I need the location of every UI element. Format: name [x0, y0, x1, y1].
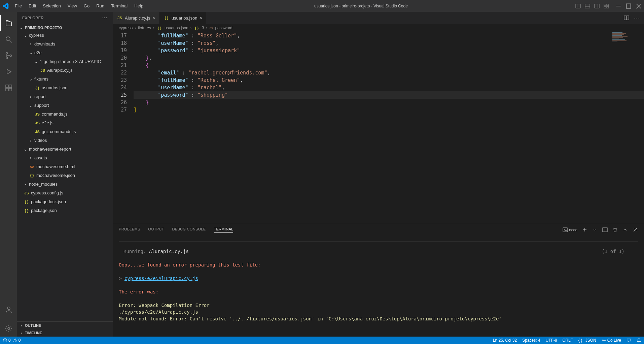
- toggle-panel-icon[interactable]: [585, 3, 590, 9]
- toggle-primary-sidebar-icon[interactable]: [575, 3, 581, 9]
- chevron-down-icon[interactable]: [592, 227, 598, 232]
- svg-rect-23: [9, 85, 12, 88]
- terminal-error-path[interactable]: cypress\e2e\Alurapic.cy.js: [124, 276, 198, 281]
- title-bar: File Edit Selection View Go Run Terminal…: [0, 0, 644, 12]
- minimize-icon[interactable]: [616, 3, 621, 9]
- menu-file[interactable]: File: [11, 1, 25, 10]
- toggle-secondary-sidebar-icon[interactable]: [594, 3, 600, 9]
- status-encoding[interactable]: UTF-8: [546, 338, 557, 343]
- status-language[interactable]: { } JSON: [578, 338, 596, 343]
- folder-node-modules[interactable]: ›node_modules: [17, 180, 113, 189]
- breadcrumb[interactable]: cypress› fixtures› { }usuarios.json› { }…: [113, 24, 644, 32]
- svg-rect-8: [604, 6, 606, 8]
- html-icon: <>: [29, 164, 35, 170]
- folder-e2e[interactable]: ⌄e2e: [17, 49, 113, 57]
- menu-selection[interactable]: Selection: [39, 1, 64, 10]
- editor-body[interactable]: 171819 202122 232425 2627 "fullName" : "…: [113, 32, 644, 224]
- js-icon: JS: [34, 111, 40, 117]
- menu-view[interactable]: View: [64, 1, 80, 10]
- activity-settings[interactable]: [0, 320, 16, 337]
- activity-accounts[interactable]: [0, 302, 16, 318]
- activity-search[interactable]: [0, 31, 16, 48]
- menu-help[interactable]: Help: [131, 1, 147, 10]
- folder-mochawesome[interactable]: ⌄mochawesome-report: [17, 145, 113, 154]
- svg-rect-28: [563, 228, 568, 232]
- status-notifications[interactable]: [637, 338, 641, 343]
- tab-alurapic[interactable]: JS Alurapic.cy.js ×: [113, 12, 159, 24]
- kill-terminal-icon[interactable]: [612, 227, 618, 232]
- file-package-lock[interactable]: { }package-lock.json: [17, 197, 113, 206]
- activity-run-debug[interactable]: [0, 64, 16, 80]
- folder-downloads[interactable]: ›downloads: [17, 40, 113, 49]
- status-warnings[interactable]: 0: [13, 338, 21, 343]
- minimap[interactable]: [610, 32, 644, 224]
- svg-rect-6: [604, 4, 606, 6]
- section-timeline[interactable]: ›TIMELINE: [17, 329, 113, 337]
- panel-tab-problems[interactable]: PROBLEMS: [119, 227, 140, 232]
- file-mochawesome-html[interactable]: <>mochawesome.html: [17, 162, 113, 171]
- split-editor-icon[interactable]: [624, 15, 629, 21]
- split-terminal-icon[interactable]: [602, 227, 608, 232]
- close-panel-icon[interactable]: [633, 227, 638, 232]
- svg-rect-21: [6, 88, 8, 91]
- breadcrumb-item[interactable]: 3: [202, 26, 204, 30]
- folder-videos[interactable]: ›videos: [17, 136, 113, 145]
- status-eol[interactable]: CRLF: [563, 338, 573, 343]
- folder-fixtures[interactable]: ⌄fixtures: [17, 75, 113, 84]
- tab-usuarios[interactable]: { } usuarios.json ×: [159, 12, 207, 24]
- menu-run[interactable]: Run: [93, 1, 108, 10]
- file-e2ejs[interactable]: JSe2e.js: [17, 119, 113, 127]
- breadcrumb-item[interactable]: cypress: [119, 26, 133, 30]
- close-icon[interactable]: ×: [152, 15, 155, 21]
- panel-tab-output[interactable]: OUTPUT: [148, 227, 164, 232]
- menu-terminal[interactable]: Terminal: [108, 1, 131, 10]
- customize-layout-icon[interactable]: [604, 3, 609, 9]
- status-feedback[interactable]: [627, 338, 631, 343]
- svg-rect-7: [607, 4, 609, 6]
- status-cursor[interactable]: Ln 25, Col 32: [493, 338, 517, 343]
- svg-rect-20: [6, 85, 8, 88]
- activity-explorer[interactable]: [0, 15, 16, 31]
- file-usuarios[interactable]: { }usuarios.json: [17, 84, 113, 92]
- file-package-json[interactable]: { }package.json: [17, 206, 113, 215]
- vscode-logo-icon: [3, 3, 9, 9]
- sidebar-footer: ›OUTLINE ›TIMELINE: [17, 321, 113, 337]
- terminal-profile[interactable]: node: [563, 227, 577, 232]
- file-mochawesome-json[interactable]: { }mochawesome.json: [17, 171, 113, 180]
- file-commands[interactable]: JScommands.js: [17, 110, 113, 119]
- maximize-icon[interactable]: [626, 3, 631, 9]
- chevron-up-icon[interactable]: [622, 227, 628, 232]
- code-content[interactable]: "fullName" : "Ross Geller", "userName" :…: [134, 32, 644, 224]
- file-cypress-config[interactable]: JScypress.config.js: [17, 189, 113, 197]
- breadcrumb-item[interactable]: usuarios.json: [165, 26, 188, 30]
- close-icon[interactable]: [636, 3, 641, 9]
- more-actions-icon[interactable]: ⋯: [634, 14, 640, 22]
- activity-source-control[interactable]: [0, 48, 16, 64]
- breadcrumb-item[interactable]: password: [215, 26, 232, 30]
- more-actions-icon[interactable]: ⋯: [102, 14, 108, 21]
- chevron-right-icon: ›: [28, 94, 33, 99]
- status-go-live[interactable]: Go Live: [602, 338, 621, 343]
- status-errors[interactable]: 0: [3, 338, 11, 343]
- folder-support[interactable]: ⌄support: [17, 101, 113, 110]
- folder-report[interactable]: ›report: [17, 92, 113, 101]
- section-outline[interactable]: ›OUTLINE: [17, 322, 113, 329]
- panel-tab-terminal[interactable]: TERMINAL: [214, 227, 233, 233]
- json-icon: { }: [164, 15, 170, 21]
- status-indent[interactable]: Spaces: 4: [522, 338, 540, 343]
- panel-tab-debug[interactable]: DEBUG CONSOLE: [172, 227, 206, 232]
- menu-edit[interactable]: Edit: [25, 1, 39, 10]
- folder-cypress[interactable]: ⌄cypress: [17, 31, 113, 40]
- folder-assets[interactable]: ›assets: [17, 154, 113, 162]
- folder-getting-started[interactable]: ⌄1-getting-started \ 3-ALURAPIC: [17, 57, 113, 66]
- tree-project-root[interactable]: ⌄ PRIMEIRO-PROJETO: [17, 24, 113, 31]
- close-icon[interactable]: ×: [199, 15, 202, 21]
- js-icon: JS: [117, 15, 123, 21]
- menu-go[interactable]: Go: [80, 1, 93, 10]
- file-gui-commands[interactable]: JSgui_commands.js: [17, 127, 113, 136]
- terminal-content[interactable]: Running: Alurapic.cy.js (1 of 1) Oops...…: [113, 236, 644, 337]
- activity-extensions[interactable]: [0, 80, 16, 96]
- new-terminal-icon[interactable]: [582, 227, 587, 232]
- file-alurapic[interactable]: JSAlurapic.cy.js: [17, 66, 113, 75]
- breadcrumb-item[interactable]: fixtures: [138, 26, 151, 30]
